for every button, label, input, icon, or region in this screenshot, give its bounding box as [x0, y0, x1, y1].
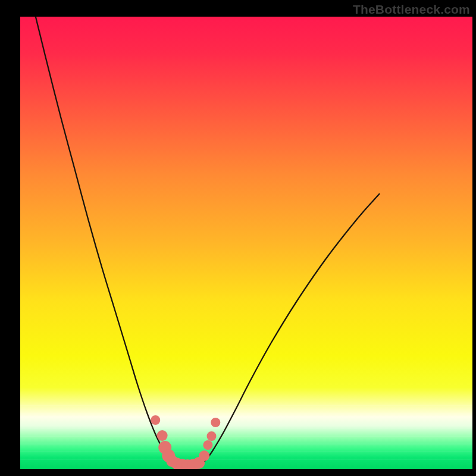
gradient-background — [20, 17, 472, 469]
marker-right-0 — [199, 450, 209, 461]
watermark-text: TheBottleneck.com — [353, 2, 470, 17]
marker-right-3 — [211, 418, 220, 427]
marker-left-1 — [157, 430, 168, 441]
marker-left-0 — [151, 415, 160, 425]
marker-right-2 — [206, 431, 216, 441]
plot-area — [20, 17, 472, 469]
marker-right-1 — [203, 440, 212, 450]
bottleneck-chart — [20, 17, 472, 469]
chart-frame: TheBottleneck.com — [0, 0, 476, 476]
